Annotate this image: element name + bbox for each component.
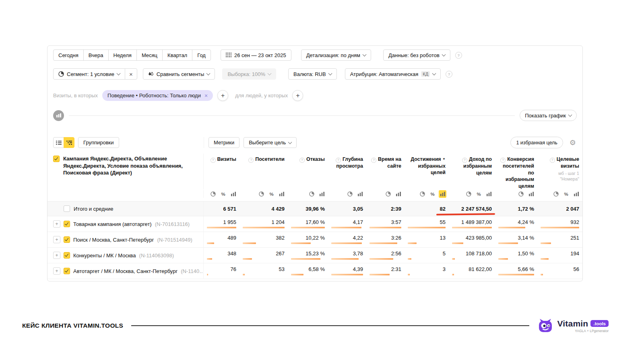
percent-icon[interactable]: % [219,190,227,198]
column-header-1[interactable]: ?Визиты [204,154,239,189]
column-header-4[interactable]: ?Глубина просмотра [328,154,366,189]
toolbar-row-1: Сегодня Вчера Неделя Месяц Квартал Год 2… [53,49,577,61]
row-checkbox[interactable] [64,236,70,243]
pie-icon[interactable] [346,190,354,198]
list-icon [56,140,62,145]
view-toggle-list[interactable] [53,137,64,148]
show-chart-button[interactable]: Показать график [520,110,577,121]
metric-cell: 3:26 [366,235,405,244]
sampling-dropdown[interactable]: Выборка: 100% [222,68,276,80]
percent-icon[interactable]: % [429,190,436,198]
row-checkbox[interactable] [64,268,70,274]
expand-row-button[interactable]: + [53,252,60,259]
totals-label: Итого и средние [74,206,113,212]
view-toggle-tree[interactable] [64,137,74,148]
chip-remove-icon[interactable]: × [204,92,208,99]
goal-select-dropdown[interactable]: Выберите цель [244,137,297,148]
date-range-button[interactable]: 26 сен — 23 окт 2025 [221,49,291,61]
bars-icon[interactable] [572,190,580,198]
period-year[interactable]: Год [192,49,211,61]
add-people-condition-button[interactable]: + [292,90,303,101]
percent-icon[interactable]: % [475,190,483,198]
expand-row-button[interactable]: + [53,220,60,228]
totals-checkbox[interactable] [64,205,70,212]
percent-icon[interactable]: % [268,190,275,198]
settings-gear-icon[interactable]: ⚙ [570,139,576,146]
detalization-dropdown[interactable]: Детализация: по дням [301,49,371,61]
add-visit-condition-button[interactable]: + [217,90,228,101]
pie-icon[interactable] [419,190,426,198]
campaign-name[interactable]: Поиск / Москва, Санкт-Петербург [73,237,154,243]
value-bar [541,274,543,275]
select-all-checkbox[interactable] [53,156,60,162]
metrics-button[interactable]: Метрики [208,137,239,148]
segment-clear-button[interactable]: × [125,68,137,80]
period-yesterday[interactable]: Вчера [83,49,109,61]
campaign-cell: +Конкуренты / МК / Москва(N-114063098) [47,248,204,263]
currency-dropdown[interactable]: Валюта: RUB [288,68,337,80]
totals-value: 2:39 [366,206,405,212]
chart-divider [69,115,515,116]
bars-icon[interactable] [394,190,402,198]
table-controls: Группировки Метрики Выберите цель 1 избр… [53,137,582,148]
segment-chip[interactable]: Поведение • Роботность: Только люди × [102,90,213,101]
attribution-dropdown[interactable]: Атрибуция: Автоматическая КД [345,68,441,80]
period-quarter[interactable]: Квартал [162,49,192,61]
groupings-button[interactable]: Группировки [78,137,119,148]
campaign-cell: +Автотаргет / МК / Москва, Санкт-Петербу… [47,263,204,279]
favorite-goal-badge[interactable]: 1 избранная цель [510,137,563,148]
value-bar [498,258,508,260]
column-header-6[interactable]: Достижения ▼ избранных целей [405,154,449,189]
value-bar [452,274,454,275]
column-header-9[interactable]: ?Целевые визитымб - шаг 1 "Номера" [537,154,582,189]
show-chart-label: Показать график [525,113,566,119]
column-header-7[interactable]: ?Доход по избранным целям [449,154,495,189]
pie-icon[interactable] [517,190,525,198]
currency-label: Валюта: RUB [293,71,326,77]
bars-icon[interactable] [485,190,493,198]
value-bar [243,227,285,228]
bars-icon[interactable] [527,190,535,198]
help-icon[interactable]: ? [455,52,462,59]
column-header-3[interactable]: ?Отказы [288,154,328,189]
row-checkbox[interactable] [64,221,70,227]
bars-icon[interactable] [229,190,237,198]
chart-collapsed-icon[interactable] [53,110,64,121]
pie-icon[interactable] [258,190,265,198]
compare-segments-button[interactable]: Сравнить сегменты [143,68,215,80]
column-display-switcher: % [204,190,239,198]
column-header-2[interactable]: ?Посетители [239,154,288,189]
data-mode-dropdown[interactable]: Данные: без роботов [383,49,450,61]
bars-icon[interactable] [318,190,326,198]
pie-icon[interactable] [552,190,560,198]
campaign-name[interactable]: Автотаргет / МК / Москва, Санкт-Петербур… [73,268,178,274]
value-bar [498,227,525,228]
pie-icon[interactable] [465,190,473,198]
column-header-8[interactable]: ?Конверсия посетителей по избранным целя… [495,154,537,189]
pie-icon[interactable] [308,190,316,198]
value-bar [207,258,212,260]
column-header-5[interactable]: ?Время на сайте [366,154,405,189]
period-today[interactable]: Сегодня [53,49,84,61]
bars-icon[interactable] [356,190,364,198]
period-week[interactable]: Неделя [108,49,137,61]
pie-icon[interactable] [209,190,217,198]
expand-row-button[interactable]: + [53,236,60,243]
help-icon[interactable]: ? [446,71,452,78]
row-checkbox[interactable] [64,252,70,259]
chevron-down-icon [432,72,436,76]
metric-cell: 4,17 [328,220,366,228]
bars-icon[interactable] [278,190,285,198]
value-bar [408,274,410,275]
chevron-down-icon [363,53,367,57]
pie-icon[interactable] [384,190,392,198]
chevron-down-icon [206,72,211,76]
period-month[interactable]: Месяц [136,49,163,61]
campaign-name[interactable]: Конкуренты / МК / Москва [73,252,136,259]
expand-row-button[interactable]: + [53,267,60,275]
column-help-icon: ? [336,158,341,163]
campaign-name[interactable]: Товарная кампания (автотаргет) [73,221,152,227]
segment-dropdown[interactable]: Сегмент: 1 условие [53,68,125,80]
bars-icon[interactable] [439,190,446,198]
percent-icon[interactable]: % [562,190,570,198]
